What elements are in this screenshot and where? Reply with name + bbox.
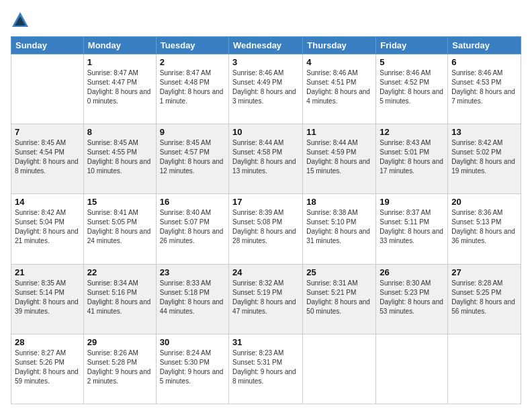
calendar-cell: 13Sunrise: 8:42 AMSunset: 5:02 PMDayligh… xyxy=(448,124,521,194)
calendar-cell: 1Sunrise: 8:47 AMSunset: 4:47 PMDaylight… xyxy=(83,54,156,124)
day-info: Sunrise: 8:47 AMSunset: 4:47 PMDaylight:… xyxy=(87,68,152,106)
day-info: Sunrise: 8:24 AMSunset: 5:30 PMDaylight:… xyxy=(160,349,225,386)
calendar-cell: 4Sunrise: 8:46 AMSunset: 4:51 PMDaylight… xyxy=(303,54,376,124)
header xyxy=(11,11,521,30)
day-number: 29 xyxy=(87,337,152,347)
day-number: 23 xyxy=(160,267,225,277)
calendar-cell: 21Sunrise: 8:35 AMSunset: 5:14 PMDayligh… xyxy=(11,264,84,334)
day-number: 10 xyxy=(232,127,299,137)
day-number: 14 xyxy=(15,197,80,207)
day-info: Sunrise: 8:44 AMSunset: 4:58 PMDaylight:… xyxy=(232,138,299,176)
day-info: Sunrise: 8:32 AMSunset: 5:19 PMDaylight:… xyxy=(232,279,299,316)
calendar-cell: 9Sunrise: 8:45 AMSunset: 4:57 PMDaylight… xyxy=(156,124,228,194)
day-info: Sunrise: 8:36 AMSunset: 5:13 PMDaylight:… xyxy=(451,208,517,246)
calendar-cell xyxy=(448,334,521,404)
calendar-cell: 24Sunrise: 8:32 AMSunset: 5:19 PMDayligh… xyxy=(229,264,303,334)
calendar-cell: 23Sunrise: 8:33 AMSunset: 5:18 PMDayligh… xyxy=(156,264,228,334)
day-info: Sunrise: 8:31 AMSunset: 5:21 PMDaylight:… xyxy=(306,279,372,316)
day-number: 26 xyxy=(380,267,444,277)
day-number: 17 xyxy=(232,197,299,207)
day-info: Sunrise: 8:45 AMSunset: 4:54 PMDaylight:… xyxy=(15,138,80,176)
day-number: 4 xyxy=(306,57,372,67)
calendar-cell: 28Sunrise: 8:27 AMSunset: 5:26 PMDayligh… xyxy=(11,334,84,404)
day-number: 7 xyxy=(15,127,80,137)
day-number: 19 xyxy=(380,197,444,207)
calendar-cell: 5Sunrise: 8:46 AMSunset: 4:52 PMDaylight… xyxy=(376,54,448,124)
day-info: Sunrise: 8:40 AMSunset: 5:07 PMDaylight:… xyxy=(160,208,225,246)
day-info: Sunrise: 8:45 AMSunset: 4:55 PMDaylight:… xyxy=(87,138,152,176)
day-number: 8 xyxy=(87,127,152,137)
day-number: 5 xyxy=(380,57,444,67)
weekday-header: Monday xyxy=(83,37,156,54)
day-number: 9 xyxy=(160,127,225,137)
day-number: 16 xyxy=(160,197,225,207)
calendar-cell: 30Sunrise: 8:24 AMSunset: 5:30 PMDayligh… xyxy=(156,334,228,404)
calendar-cell: 19Sunrise: 8:37 AMSunset: 5:11 PMDayligh… xyxy=(376,194,448,264)
day-info: Sunrise: 8:38 AMSunset: 5:10 PMDaylight:… xyxy=(306,208,372,246)
day-number: 22 xyxy=(87,267,152,277)
day-info: Sunrise: 8:46 AMSunset: 4:53 PMDaylight:… xyxy=(451,68,517,106)
calendar: SundayMondayTuesdayWednesdayThursdayFrid… xyxy=(11,36,521,404)
day-info: Sunrise: 8:46 AMSunset: 4:49 PMDaylight:… xyxy=(232,68,299,106)
day-number: 12 xyxy=(380,127,444,137)
day-number: 21 xyxy=(15,267,80,277)
day-info: Sunrise: 8:46 AMSunset: 4:51 PMDaylight:… xyxy=(306,68,372,106)
calendar-cell: 15Sunrise: 8:41 AMSunset: 5:05 PMDayligh… xyxy=(83,194,156,264)
weekday-header: Thursday xyxy=(303,37,376,54)
day-info: Sunrise: 8:28 AMSunset: 5:25 PMDaylight:… xyxy=(451,279,517,316)
day-number: 25 xyxy=(306,267,372,277)
calendar-cell: 2Sunrise: 8:47 AMSunset: 4:48 PMDaylight… xyxy=(156,54,228,124)
day-number: 31 xyxy=(232,337,299,347)
calendar-cell: 11Sunrise: 8:44 AMSunset: 4:59 PMDayligh… xyxy=(303,124,376,194)
calendar-cell: 7Sunrise: 8:45 AMSunset: 4:54 PMDaylight… xyxy=(11,124,84,194)
day-info: Sunrise: 8:46 AMSunset: 4:52 PMDaylight:… xyxy=(380,68,444,106)
day-number: 3 xyxy=(232,57,299,67)
calendar-cell: 25Sunrise: 8:31 AMSunset: 5:21 PMDayligh… xyxy=(303,264,376,334)
calendar-cell: 6Sunrise: 8:46 AMSunset: 4:53 PMDaylight… xyxy=(448,54,521,124)
calendar-cell: 26Sunrise: 8:30 AMSunset: 5:23 PMDayligh… xyxy=(376,264,448,334)
day-info: Sunrise: 8:44 AMSunset: 4:59 PMDaylight:… xyxy=(306,138,372,176)
day-number: 11 xyxy=(306,127,372,137)
day-info: Sunrise: 8:26 AMSunset: 5:28 PMDaylight:… xyxy=(87,349,152,386)
day-number: 2 xyxy=(160,57,225,67)
calendar-cell xyxy=(303,334,376,404)
day-number: 18 xyxy=(306,197,372,207)
day-number: 30 xyxy=(160,337,225,347)
weekday-header: Saturday xyxy=(448,37,521,54)
day-info: Sunrise: 8:35 AMSunset: 5:14 PMDaylight:… xyxy=(15,279,80,316)
day-number: 13 xyxy=(451,127,517,137)
day-info: Sunrise: 8:34 AMSunset: 5:16 PMDaylight:… xyxy=(87,279,152,316)
day-info: Sunrise: 8:23 AMSunset: 5:31 PMDaylight:… xyxy=(232,349,299,386)
weekday-header: Tuesday xyxy=(156,37,228,54)
logo xyxy=(11,11,32,30)
day-info: Sunrise: 8:42 AMSunset: 5:04 PMDaylight:… xyxy=(15,208,80,246)
calendar-cell: 12Sunrise: 8:43 AMSunset: 5:01 PMDayligh… xyxy=(376,124,448,194)
calendar-cell: 14Sunrise: 8:42 AMSunset: 5:04 PMDayligh… xyxy=(11,194,84,264)
day-info: Sunrise: 8:47 AMSunset: 4:48 PMDaylight:… xyxy=(160,68,225,106)
day-number: 6 xyxy=(451,57,517,67)
calendar-cell: 16Sunrise: 8:40 AMSunset: 5:07 PMDayligh… xyxy=(156,194,228,264)
day-info: Sunrise: 8:42 AMSunset: 5:02 PMDaylight:… xyxy=(451,138,517,176)
calendar-cell: 18Sunrise: 8:38 AMSunset: 5:10 PMDayligh… xyxy=(303,194,376,264)
day-number: 24 xyxy=(232,267,299,277)
day-number: 15 xyxy=(87,197,152,207)
day-info: Sunrise: 8:43 AMSunset: 5:01 PMDaylight:… xyxy=(380,138,444,176)
day-info: Sunrise: 8:45 AMSunset: 4:57 PMDaylight:… xyxy=(160,138,225,176)
day-info: Sunrise: 8:41 AMSunset: 5:05 PMDaylight:… xyxy=(87,208,152,246)
calendar-cell: 20Sunrise: 8:36 AMSunset: 5:13 PMDayligh… xyxy=(448,194,521,264)
day-info: Sunrise: 8:33 AMSunset: 5:18 PMDaylight:… xyxy=(160,279,225,316)
calendar-cell xyxy=(11,54,84,124)
day-number: 1 xyxy=(87,57,152,67)
calendar-cell: 31Sunrise: 8:23 AMSunset: 5:31 PMDayligh… xyxy=(229,334,303,404)
calendar-cell: 29Sunrise: 8:26 AMSunset: 5:28 PMDayligh… xyxy=(83,334,156,404)
calendar-cell: 27Sunrise: 8:28 AMSunset: 5:25 PMDayligh… xyxy=(448,264,521,334)
day-number: 27 xyxy=(451,267,517,277)
day-info: Sunrise: 8:37 AMSunset: 5:11 PMDaylight:… xyxy=(380,208,444,246)
day-info: Sunrise: 8:39 AMSunset: 5:08 PMDaylight:… xyxy=(232,208,299,246)
day-info: Sunrise: 8:27 AMSunset: 5:26 PMDaylight:… xyxy=(15,349,80,386)
day-number: 20 xyxy=(451,197,517,207)
weekday-header: Friday xyxy=(376,37,448,54)
weekday-header: Wednesday xyxy=(229,37,303,54)
day-number: 28 xyxy=(15,337,80,347)
calendar-cell: 8Sunrise: 8:45 AMSunset: 4:55 PMDaylight… xyxy=(83,124,156,194)
